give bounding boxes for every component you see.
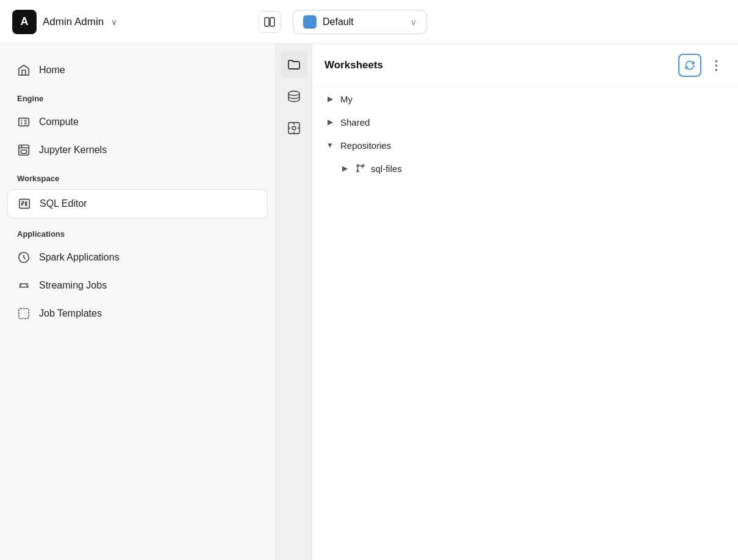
refresh-icon bbox=[684, 59, 696, 71]
sql-icon bbox=[18, 197, 31, 210]
tree-item-shared[interactable]: ▶ Shared bbox=[312, 110, 738, 134]
file-panel: Worksheets ⋮ ▶ My bbox=[312, 44, 738, 560]
tree-label-my: My bbox=[340, 94, 353, 104]
user-chevron-down-icon: ∨ bbox=[111, 17, 117, 27]
right-content: Worksheets ⋮ ▶ My bbox=[276, 44, 738, 560]
jupyter-icon bbox=[17, 143, 30, 157]
icon-sidebar-database[interactable] bbox=[281, 83, 307, 110]
svg-rect-7 bbox=[19, 309, 29, 319]
workspace-chevron-down-icon: ∨ bbox=[410, 17, 417, 27]
tree-item-my[interactable]: ▶ My bbox=[312, 87, 738, 110]
tree-item-sql-files[interactable]: ▶ sql-files bbox=[312, 157, 738, 180]
spark-icon bbox=[17, 251, 30, 264]
svg-rect-2 bbox=[19, 118, 29, 126]
svg-rect-4 bbox=[21, 150, 26, 154]
tree-chevron-shared: ▶ bbox=[324, 117, 335, 127]
user-section[interactable]: A Admin Admin ∨ bbox=[12, 10, 281, 34]
tree-chevron-my: ▶ bbox=[324, 93, 335, 104]
database-icon bbox=[287, 89, 301, 104]
tree-chevron-repositories: ▼ bbox=[324, 140, 335, 151]
workspace-color-dot bbox=[303, 15, 317, 29]
top-bar: A Admin Admin ∨ Default ∨ bbox=[0, 0, 738, 44]
more-options-button[interactable]: ⋮ bbox=[706, 56, 726, 75]
sidebar-item-streaming-jobs[interactable]: Streaming Jobs bbox=[0, 271, 275, 300]
section-applications-label: Applications bbox=[0, 220, 275, 243]
sidebar-item-spark-label: Spark Applications bbox=[39, 252, 120, 263]
sidebar-toggle-button[interactable] bbox=[259, 11, 281, 33]
section-engine-label: Engine bbox=[0, 84, 275, 108]
svg-point-10 bbox=[292, 126, 296, 130]
svg-point-13 bbox=[362, 165, 364, 167]
sidebar-item-job-templates[interactable]: Job Templates bbox=[0, 300, 275, 328]
tree-label-repositories: Repositories bbox=[340, 140, 391, 151]
folder-icon bbox=[287, 57, 301, 72]
sidebar-item-spark-applications[interactable]: Spark Applications bbox=[0, 243, 275, 271]
tree-label-sql-files: sql-files bbox=[371, 163, 402, 174]
icon-sidebar-query[interactable] bbox=[281, 115, 307, 142]
home-icon bbox=[17, 63, 30, 77]
tree-item-repositories[interactable]: ▼ Repositories bbox=[312, 134, 738, 157]
streaming-icon bbox=[17, 279, 30, 292]
sidebar-item-streaming-label: Streaming Jobs bbox=[39, 280, 107, 291]
left-sidebar: Home Engine Compute Jupyter Kernels Work… bbox=[0, 44, 276, 560]
svg-rect-0 bbox=[265, 18, 269, 26]
repo-branch-icon bbox=[355, 163, 366, 174]
icon-sidebar-files[interactable] bbox=[281, 51, 307, 78]
workspace-name: Default bbox=[323, 16, 404, 27]
tree-label-shared: Shared bbox=[340, 117, 370, 127]
workspace-dropdown[interactable]: Default ∨ bbox=[293, 10, 427, 34]
file-panel-title: Worksheets bbox=[324, 59, 678, 71]
svg-point-11 bbox=[357, 165, 359, 167]
sidebar-item-home[interactable]: Home bbox=[0, 56, 275, 84]
svg-point-12 bbox=[357, 170, 359, 172]
sidebar-toggle-icon bbox=[263, 16, 276, 28]
refresh-button[interactable] bbox=[678, 54, 701, 77]
sidebar-item-sql-editor[interactable]: SQL Editor bbox=[7, 189, 268, 218]
sidebar-item-home-label: Home bbox=[39, 65, 65, 76]
sidebar-item-jupyter-kernels[interactable]: Jupyter Kernels bbox=[0, 136, 275, 164]
svg-rect-1 bbox=[270, 18, 274, 26]
sidebar-item-compute[interactable]: Compute bbox=[0, 108, 275, 136]
sidebar-item-job-templates-label: Job Templates bbox=[39, 308, 102, 319]
sidebar-item-sql-editor-label: SQL Editor bbox=[40, 198, 87, 209]
sidebar-item-jupyter-label: Jupyter Kernels bbox=[39, 145, 107, 156]
svg-point-8 bbox=[288, 92, 299, 96]
sidebar-item-compute-label: Compute bbox=[39, 117, 79, 127]
compute-icon bbox=[17, 115, 30, 129]
query-icon bbox=[287, 121, 301, 135]
icon-sidebar bbox=[276, 44, 312, 560]
svg-rect-5 bbox=[20, 199, 30, 209]
section-workspace-label: Workspace bbox=[0, 164, 275, 188]
file-panel-header: Worksheets ⋮ bbox=[312, 44, 738, 87]
main-layout: Home Engine Compute Jupyter Kernels Work… bbox=[0, 44, 738, 560]
job-templates-icon bbox=[17, 307, 30, 320]
tree-chevron-sql-files: ▶ bbox=[339, 163, 350, 174]
user-name: Admin Admin bbox=[43, 16, 104, 28]
avatar: A bbox=[12, 10, 37, 34]
